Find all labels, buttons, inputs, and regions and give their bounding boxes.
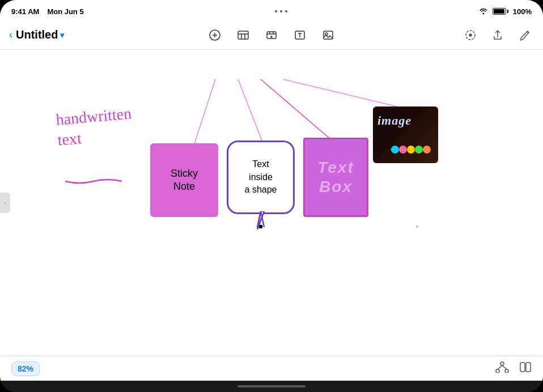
text-box-shape[interactable]: Text Box — [303, 138, 368, 217]
page-view-icon[interactable] — [519, 361, 532, 376]
table-tool-button[interactable] — [234, 26, 252, 44]
status-dot-2 — [280, 10, 282, 12]
sticky-note[interactable]: Sticky Note — [150, 143, 218, 217]
speech-bubble-shape[interactable]: Text inside a shape — [227, 140, 295, 214]
bubble-tail-svg — [254, 211, 268, 229]
beads-decoration — [391, 142, 436, 157]
svg-line-12 — [238, 79, 262, 140]
image-tool-button[interactable] — [319, 26, 337, 44]
battery-icon — [493, 8, 508, 15]
ipad-frame: 9:41 AM Mon Jun 5 100% — [0, 0, 543, 392]
handwritten-text: handwritten text — [55, 103, 134, 151]
svg-line-14 — [283, 79, 397, 106]
canvas[interactable]: › handwritten text Sticky Note Text insi… — [0, 50, 543, 356]
zoom-level[interactable]: 82% — [11, 361, 40, 376]
document-title[interactable]: Untitled ▾ — [16, 28, 64, 41]
image-element[interactable]: image — [373, 106, 438, 163]
svg-point-10 — [469, 34, 472, 36]
battery-percent: 100% — [513, 7, 532, 16]
sticky-note-text: Sticky Note — [171, 167, 198, 194]
title-chevron-icon: ▾ — [60, 31, 64, 40]
svg-line-13 — [261, 79, 329, 138]
home-bar — [237, 385, 306, 387]
status-right: 100% — [479, 7, 532, 16]
status-center — [275, 10, 287, 12]
handwritten-line1: handwritten — [55, 103, 132, 130]
speech-bubble-text: Text inside a shape — [245, 158, 277, 196]
pen-tool-button[interactable] — [206, 26, 224, 44]
svg-line-24 — [498, 365, 502, 369]
svg-point-23 — [505, 369, 508, 373]
toolbar-left: ‹ Untitled ▾ — [9, 28, 64, 41]
svg-rect-26 — [520, 363, 525, 372]
canvas-dot — [416, 225, 418, 228]
svg-point-22 — [496, 369, 499, 373]
status-bar: 9:41 AM Mon Jun 5 100% — [0, 0, 543, 20]
sidebar-handle[interactable]: › — [0, 193, 10, 213]
svg-rect-27 — [526, 363, 531, 372]
toolbar-center — [206, 26, 337, 44]
back-button[interactable]: ‹ — [9, 29, 12, 41]
insert-tool-button[interactable] — [262, 26, 281, 44]
status-dot-3 — [285, 10, 287, 12]
handwritten-line2: text — [57, 124, 134, 151]
text-tool-button[interactable] — [291, 26, 309, 44]
diagram-icon[interactable] — [495, 361, 509, 376]
toolbar-right — [461, 26, 534, 44]
wifi-icon — [479, 7, 488, 16]
date-display: Mon Jun 5 — [47, 7, 83, 16]
toolbar: ‹ Untitled ▾ — [0, 20, 543, 50]
image-label-text: image — [377, 113, 412, 128]
svg-rect-1 — [238, 31, 248, 39]
bottom-right-tools — [495, 361, 532, 376]
svg-line-11 — [193, 79, 215, 149]
svg-point-21 — [500, 362, 504, 365]
svg-line-25 — [502, 365, 507, 369]
home-indicator — [0, 381, 543, 392]
lasso-tool-button[interactable] — [461, 26, 480, 44]
share-button[interactable] — [489, 26, 507, 44]
time-display: 9:41 AM — [11, 7, 39, 16]
edit-button[interactable] — [516, 26, 534, 44]
text-box-content: Text Box — [317, 158, 354, 196]
status-dot-1 — [275, 10, 277, 12]
status-left: 9:41 AM Mon Jun 5 — [11, 7, 84, 16]
bottom-bar: 82% — [0, 356, 543, 381]
